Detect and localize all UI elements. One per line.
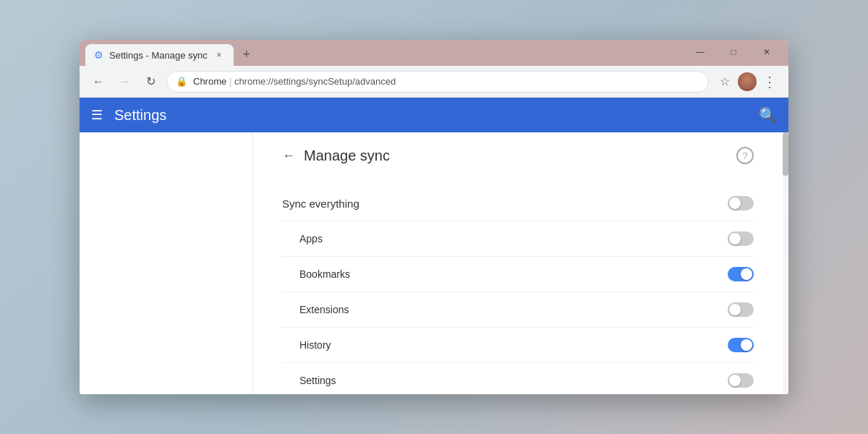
toggle-knob-settings [729,375,741,386]
tabs-row: ⚙ Settings - Manage sync × + — □ ✕ [80,40,788,66]
settings-search-button[interactable]: 🔍 [759,106,777,124]
browser-window: ⚙ Settings - Manage sync × + — □ ✕ ← → ↻… [80,40,788,394]
toggle-knob-sync-everything [729,197,741,209]
secure-icon: 🔒 [176,76,187,87]
main-content: ← Manage sync ? Sync everythingAppsBookm… [80,132,788,394]
toggle-row-bookmarks: Bookmarks [282,257,754,292]
toggle-row-history: History [282,328,754,363]
minimize-button[interactable]: — [684,41,716,63]
maximize-button[interactable]: □ [718,41,749,63]
back-button[interactable]: ← [88,72,109,92]
toggle-knob-history [741,339,752,351]
toggle-knob-bookmarks [741,268,752,280]
address-text: Chrome | chrome://settings/syncSetup/adv… [193,76,396,87]
settings-header: ☰ Settings 🔍 [80,98,788,132]
settings-tab-icon: ⚙ [94,49,103,61]
reload-button[interactable]: ↻ [140,72,161,92]
sidebar [80,132,253,394]
close-button[interactable]: ✕ [751,41,783,63]
address-input[interactable]: 🔒 Chrome | chrome://settings/syncSetup/a… [166,71,709,93]
forward-button[interactable]: → [114,72,135,92]
toggle-label-bookmarks: Bookmarks [282,268,350,280]
toggle-history[interactable] [728,338,754,352]
content-area: ← Manage sync ? Sync everythingAppsBookm… [253,132,788,394]
user-avatar[interactable] [738,72,757,91]
bookmark-star-button[interactable]: ☆ [715,72,735,92]
toggle-label-sync-everything: Sync everything [282,197,359,210]
new-tab-button[interactable]: + [237,44,257,64]
content-inner: ← Manage sync ? Sync everythingAppsBookm… [253,132,783,394]
toggle-label-extensions: Extensions [282,304,349,315]
help-button[interactable]: ? [736,147,754,164]
toggle-extensions[interactable] [728,302,754,317]
more-menu-button[interactable]: ⋮ [760,72,780,92]
tab-title: Settings - Manage sync [109,50,208,61]
tab-close-btn[interactable]: × [213,49,225,61]
manage-sync-back-button[interactable]: ← [282,148,295,163]
toggle-label-apps: Apps [282,233,323,244]
toggle-settings[interactable] [728,373,754,388]
page-header: ← Manage sync ? [282,147,754,164]
toggle-row-settings: Settings [282,363,754,394]
toggle-row-sync-everything: Sync everything [282,186,754,221]
scrollbar-thumb [783,132,788,176]
scrollbar[interactable] [783,132,788,394]
active-tab[interactable]: ⚙ Settings - Manage sync × [85,44,234,66]
manage-sync-title: Manage sync [304,148,390,164]
address-bar: ← → ↻ 🔒 Chrome | chrome://settings/syncS… [80,66,788,98]
toggle-knob-extensions [729,304,741,315]
toggle-bookmarks[interactable] [728,267,754,281]
settings-page-title: Settings [114,107,759,124]
page-header-left: ← Manage sync [282,148,390,164]
toggle-label-settings: Settings [282,375,336,386]
sync-toggle-section: Sync everythingAppsBookmarksExtensionsHi… [282,186,754,394]
toggle-sync-everything[interactable] [728,196,754,210]
hamburger-menu-icon[interactable]: ☰ [91,107,103,123]
toggle-knob-apps [729,233,741,244]
avatar-image [738,72,757,91]
toggle-row-apps: Apps [282,221,754,257]
address-actions: ☆ ⋮ [715,72,780,92]
toggle-label-history: History [282,339,331,351]
toggle-apps[interactable] [728,231,754,246]
toggle-row-extensions: Extensions [282,292,754,328]
